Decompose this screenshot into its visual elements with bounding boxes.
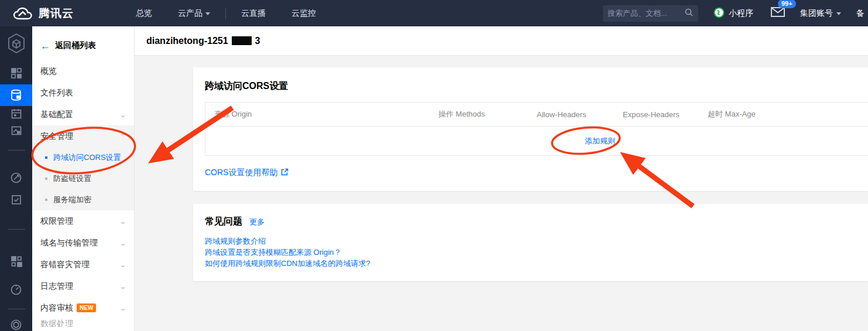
chevron-up-icon: ⌃: [119, 132, 126, 141]
console-logo-icon[interactable]: [0, 32, 32, 54]
cors-card-title: 跨域访问CORS设置: [205, 80, 868, 93]
storage-bucket-icon-active[interactable]: [0, 84, 32, 106]
brand-name: 腾讯云: [39, 6, 74, 21]
sidebar-item-fault-tolerance[interactable]: 容错容灾管理⌄: [32, 254, 134, 275]
faq-title: 常见问题: [205, 216, 242, 228]
top-nav-right: 小程序 99+ 集团账号 备: [603, 5, 868, 22]
external-link-icon: [281, 168, 289, 178]
add-rule-button[interactable]: 添加规则: [585, 136, 615, 146]
chevron-down-icon: ⌄: [119, 282, 126, 291]
nav-item-overview[interactable]: 总览: [123, 8, 165, 19]
rail-divider: [8, 309, 25, 309]
top-nav: 腾讯云 总览 云产品 云直播 云监控 小程序: [0, 0, 868, 26]
truncated-nav-item[interactable]: 备: [856, 8, 864, 19]
security-shield-icon[interactable]: [0, 319, 32, 331]
column-header-max-age: 超时 Max-Age: [699, 109, 868, 120]
content-area: 跨域访问CORS设置 来源 Origin 操作 Methods Allow-He…: [135, 56, 868, 281]
task-checkbox-icon[interactable]: [0, 194, 32, 206]
chevron-down-icon: ⌄: [119, 111, 126, 119]
messages-button[interactable]: 99+: [771, 7, 785, 19]
faq-link-fuzzy-origin[interactable]: 跨域设置是否支持模糊匹配来源 Origin？: [205, 248, 341, 256]
mini-program-entry[interactable]: 小程序: [713, 7, 753, 20]
search-box[interactable]: [603, 5, 698, 22]
new-badge: NEW: [77, 303, 96, 312]
nav-item-cloud-products[interactable]: 云产品: [165, 8, 223, 19]
chevron-down-icon: ⌄: [119, 304, 126, 312]
main-content: dianzihetong-12513 跨域访问CORS设置 来源 Origin …: [135, 26, 868, 331]
column-header-expose-headers: Expose-Headers: [614, 110, 699, 119]
chevron-down-icon: [205, 12, 210, 15]
cors-help-link[interactable]: CORS设置使用帮助: [205, 168, 289, 178]
column-header-allow-headers: Allow-Headers: [528, 110, 614, 119]
search-icon[interactable]: [684, 8, 694, 19]
cors-rules-table: 来源 Origin 操作 Methods Allow-Headers Expos…: [205, 102, 868, 156]
media-image-icon[interactable]: [0, 125, 32, 137]
sidebar-item-domain-transfer[interactable]: 域名与传输管理⌄: [32, 232, 134, 254]
sidebar-subitem-cors-settings[interactable]: 跨域访问CORS设置: [32, 147, 134, 168]
faq-link-cdn-restrict[interactable]: 如何使用跨域规则限制CDN加速域名的跨域请求?: [205, 260, 370, 267]
sidebar-item-basic-config[interactable]: 基础配置⌄: [32, 104, 134, 125]
back-arrow-icon: ←: [40, 41, 50, 51]
faq-header: 常见问题 更多: [205, 216, 868, 228]
column-header-methods: 操作 Methods: [430, 109, 528, 120]
sidebar-item-data-processing-cutoff[interactable]: 数据处理: [32, 319, 134, 327]
unread-count-badge: 99+: [778, 0, 796, 8]
rail-divider: [8, 150, 25, 151]
account-menu[interactable]: 集团账号: [800, 8, 841, 19]
bucket-title-bar: dianzihetong-12513: [135, 26, 868, 56]
product-icon-rail: [0, 26, 32, 331]
search-input[interactable]: [608, 9, 684, 18]
sidebar-item-permission-management[interactable]: 权限管理⌄: [32, 210, 134, 232]
faq-link-list: 跨域规则参数介绍 跨域设置是否支持模糊匹配来源 Origin？ 如何使用跨域规则…: [205, 237, 868, 267]
cloud-logo-icon: [12, 6, 33, 21]
tencent-cloud-logo[interactable]: 腾讯云: [0, 6, 123, 21]
bullet-icon: [45, 178, 47, 180]
apps-grid-icon[interactable]: [0, 255, 32, 267]
sidebar-item-file-list[interactable]: 文件列表: [32, 82, 134, 104]
chevron-down-icon: ⌄: [119, 261, 126, 269]
bucket-sidebar: ← 返回桶列表 概览 文件列表 基础配置⌄ 安全管理⌃ 跨域访问CORS设置 防…: [32, 26, 135, 331]
faq-more-link[interactable]: 更多: [249, 217, 265, 227]
faq-card: 常见问题 更多 跨域规则参数介绍 跨域设置是否支持模糊匹配来源 Origin？ …: [193, 204, 868, 281]
cors-settings-card: 跨域访问CORS设置 来源 Origin 操作 Methods Allow-He…: [193, 67, 868, 191]
rail-divider: [8, 229, 25, 230]
cors-table-empty-row: 添加规则: [205, 127, 868, 155]
bullet-icon: [45, 199, 47, 201]
faq-link-cors-params[interactable]: 跨域规则参数介绍: [205, 237, 266, 245]
cors-table-header: 来源 Origin 操作 Methods Allow-Headers Expos…: [205, 103, 868, 127]
dashboard-grid-icon[interactable]: [0, 67, 32, 79]
mini-program-icon: [713, 7, 725, 20]
calendar-icon[interactable]: [0, 108, 32, 120]
mail-icon: [771, 9, 785, 19]
sidebar-item-security-management[interactable]: 安全管理⌃: [32, 125, 134, 147]
redaction-box: [232, 36, 252, 45]
top-nav-items: 总览 云产品 云直播 云监控: [123, 8, 329, 19]
bucket-name: dianzihetong-12513: [146, 36, 260, 46]
sidebar-item-overview[interactable]: 概览: [32, 60, 134, 82]
chevron-down-icon: ⌄: [119, 217, 126, 226]
back-to-bucket-list[interactable]: ← 返回桶列表: [32, 26, 134, 60]
network-tool-icon[interactable]: [0, 172, 32, 184]
sidebar-subitem-server-encryption[interactable]: 服务端加密: [32, 189, 134, 210]
sidebar-subitem-hotlink-protection[interactable]: 防盗链设置: [32, 168, 134, 189]
nav-item-monitor[interactable]: 云监控: [279, 8, 329, 19]
sidebar-item-content-moderation[interactable]: 内容审核NEW⌄: [32, 297, 134, 319]
monitor-gauge-icon[interactable]: [0, 284, 32, 296]
bullet-icon: [45, 156, 47, 159]
chevron-down-icon: [836, 12, 841, 15]
column-header-origin: 来源 Origin: [205, 109, 430, 120]
nav-item-live[interactable]: 云直播: [228, 8, 279, 19]
nav-divider: [225, 8, 226, 19]
sidebar-item-log-management[interactable]: 日志管理⌄: [32, 275, 134, 297]
security-management-group: 安全管理⌃ 跨域访问CORS设置 防盗链设置 服务端加密: [32, 125, 134, 210]
chevron-down-icon: ⌄: [119, 239, 126, 247]
